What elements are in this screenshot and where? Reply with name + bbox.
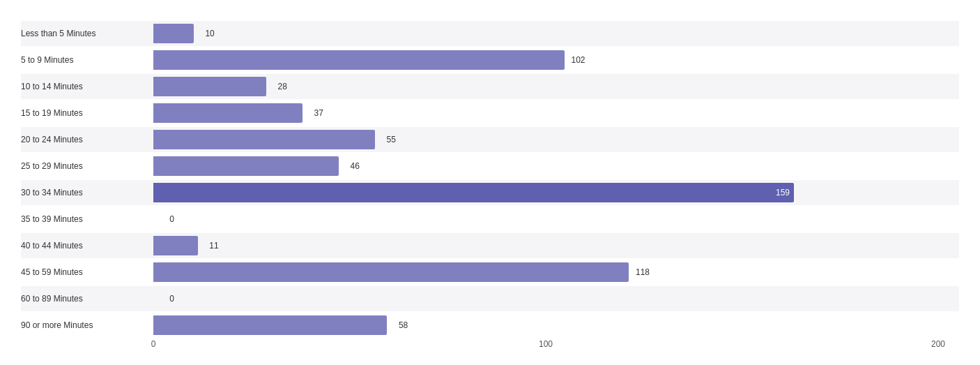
bar-fill: 46 <box>153 156 339 176</box>
bar-label: 45 to 59 Minutes <box>21 267 153 277</box>
x-axis-label: 200 <box>931 339 945 349</box>
bar-row: 35 to 39 Minutes0 <box>21 207 959 232</box>
bar-label: Less than 5 Minutes <box>21 29 153 38</box>
bar-row: Less than 5 Minutes10 <box>21 21 959 46</box>
bar-row: 10 to 14 Minutes28 <box>21 74 959 99</box>
bar-row: 5 to 9 Minutes102 <box>21 47 959 73</box>
bar-row: 20 to 24 Minutes55 <box>21 127 959 152</box>
bar-fill: 11 <box>153 236 198 255</box>
bar-value: 0 <box>169 214 174 224</box>
bar-label: 90 or more Minutes <box>21 320 153 330</box>
bar-value: 118 <box>636 267 650 277</box>
bar-row: 15 to 19 Minutes37 <box>21 100 959 126</box>
bar-value: 55 <box>387 135 396 144</box>
bar-container: 102 <box>153 50 959 70</box>
bar-value: 46 <box>351 161 360 171</box>
bar-fill: 10 <box>153 24 194 43</box>
bar-label: 35 to 39 Minutes <box>21 214 153 224</box>
bar-row: 30 to 34 Minutes159 <box>21 180 959 205</box>
bar-container: 11 <box>153 236 959 255</box>
bar-container: 0 <box>153 289 959 308</box>
x-axis-labels: 0100200 <box>153 339 938 356</box>
x-axis-label: 100 <box>539 339 553 349</box>
bar-value: 58 <box>399 320 408 330</box>
bar-fill: 28 <box>153 77 266 96</box>
bar-row: 40 to 44 Minutes11 <box>21 233 959 258</box>
bar-value: 102 <box>572 55 585 65</box>
bar-container: 37 <box>153 103 959 123</box>
bar-row: 60 to 89 Minutes0 <box>21 286 959 311</box>
bar-row: 25 to 29 Minutes46 <box>21 154 959 179</box>
bar-value: 0 <box>169 294 174 304</box>
bar-container: 118 <box>153 262 959 282</box>
bar-value: 10 <box>205 29 214 38</box>
bar-label: 25 to 29 Minutes <box>21 161 153 171</box>
bar-container: 10 <box>153 24 959 43</box>
bar-label: 30 to 34 Minutes <box>21 188 153 198</box>
bar-fill: 37 <box>153 103 303 123</box>
bar-container: 159 <box>153 183 959 202</box>
bar-fill: 55 <box>153 130 375 149</box>
bar-label: 15 to 19 Minutes <box>21 108 153 118</box>
bar-value: 11 <box>209 241 218 251</box>
bar-row: 90 or more Minutes58 <box>21 313 959 338</box>
bar-fill: 102 <box>153 50 565 70</box>
bar-value: 28 <box>277 82 286 91</box>
x-axis-label: 0 <box>151 339 156 349</box>
bar-label: 40 to 44 Minutes <box>21 241 153 251</box>
bar-value: 37 <box>314 108 323 118</box>
bar-container: 28 <box>153 77 959 96</box>
bar-label: 60 to 89 Minutes <box>21 294 153 304</box>
bar-label: 20 to 24 Minutes <box>21 135 153 144</box>
bar-label: 5 to 9 Minutes <box>21 55 153 65</box>
bar-value-inside: 159 <box>776 188 790 198</box>
bar-fill: 159 <box>153 183 794 202</box>
bar-row: 45 to 59 Minutes118 <box>21 260 959 285</box>
bar-fill: 58 <box>153 315 387 335</box>
bar-container: 55 <box>153 130 959 149</box>
bar-fill: 118 <box>153 262 629 282</box>
bar-container: 58 <box>153 315 959 335</box>
chart-area: Less than 5 Minutes105 to 9 Minutes10210… <box>21 21 959 356</box>
bar-container: 0 <box>153 209 959 229</box>
bar-label: 10 to 14 Minutes <box>21 82 153 91</box>
bar-container: 46 <box>153 156 959 176</box>
rows-wrapper: Less than 5 Minutes105 to 9 Minutes10210… <box>21 21 959 338</box>
